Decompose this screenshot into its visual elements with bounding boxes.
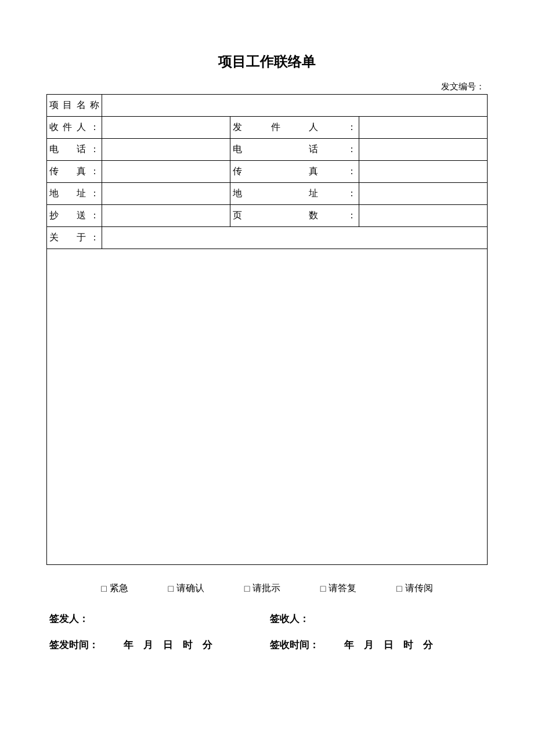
receiver-label: 签收人： xyxy=(267,612,488,625)
label-address-left: 地 址： xyxy=(47,183,102,205)
checkbox-label: 紧急 xyxy=(110,582,128,595)
checkbox-label: 请传阅 xyxy=(405,582,433,595)
label-recipient: 收件人： xyxy=(47,117,102,139)
checkbox-circulate[interactable]: □ 请传阅 xyxy=(396,582,433,595)
issue-time-label: 签发时间： xyxy=(49,639,99,650)
receive-time-parts: 年 月 日 时 分 xyxy=(344,639,433,650)
checkbox-box-icon: □ xyxy=(168,584,174,593)
checkbox-label: 请确认 xyxy=(176,582,204,595)
value-body[interactable] xyxy=(47,249,488,565)
form-title: 项目工作联络单 xyxy=(46,52,488,71)
label-phone-right: 电 话： xyxy=(230,139,359,161)
checkbox-label: 请答复 xyxy=(329,582,356,595)
issuer-label: 签发人： xyxy=(46,612,267,625)
issue-time-parts: 年 月 日 时 分 xyxy=(124,639,212,650)
label-address-right: 地 址： xyxy=(230,183,359,205)
form-table: 项目名称 收件人： 发件人： 电 话： 电 话： 传 真： 传 真： 地 址： … xyxy=(46,94,488,565)
label-sender: 发件人： xyxy=(230,117,359,139)
checkbox-box-icon: □ xyxy=(320,584,326,593)
signature-persons-row: 签发人： 签收人： xyxy=(46,612,488,638)
checkbox-box-icon: □ xyxy=(101,584,107,593)
value-phone-left[interactable] xyxy=(102,139,230,161)
value-project-name[interactable] xyxy=(102,95,488,117)
value-fax-right[interactable] xyxy=(359,161,487,183)
value-recipient[interactable] xyxy=(102,117,230,139)
label-fax-left: 传 真： xyxy=(47,161,102,183)
checkbox-confirm[interactable]: □ 请确认 xyxy=(168,582,204,595)
checkbox-reply[interactable]: □ 请答复 xyxy=(320,582,357,595)
value-pages[interactable] xyxy=(359,205,487,227)
label-about: 关 于： xyxy=(47,227,102,249)
value-about[interactable] xyxy=(102,227,488,249)
label-fax-right: 传 真： xyxy=(230,161,359,183)
checkbox-row: □ 紧急 □ 请确认 □ 请批示 □ 请答复 □ 请传阅 xyxy=(46,565,488,612)
checkbox-approve[interactable]: □ 请批示 xyxy=(244,582,281,595)
doc-number-label: 发文编号： xyxy=(46,81,488,92)
label-cc: 抄 送： xyxy=(47,205,102,227)
value-fax-left[interactable] xyxy=(102,161,230,183)
label-phone-left: 电 话： xyxy=(47,139,102,161)
checkbox-urgent[interactable]: □ 紧急 xyxy=(101,582,128,595)
value-address-left[interactable] xyxy=(102,183,230,205)
label-project-name: 项目名称 xyxy=(47,95,102,117)
value-sender[interactable] xyxy=(359,117,487,139)
value-phone-right[interactable] xyxy=(359,139,487,161)
checkbox-box-icon: □ xyxy=(244,584,250,593)
value-address-right[interactable] xyxy=(359,183,487,205)
value-cc[interactable] xyxy=(102,205,230,227)
label-pages: 页 数： xyxy=(230,205,359,227)
checkbox-box-icon: □ xyxy=(396,584,402,593)
signature-times-row: 签发时间： 年 月 日 时 分 签收时间： 年 月 日 时 分 xyxy=(46,638,488,664)
checkbox-label: 请批示 xyxy=(252,582,280,595)
receive-time-label: 签收时间： xyxy=(270,639,319,650)
